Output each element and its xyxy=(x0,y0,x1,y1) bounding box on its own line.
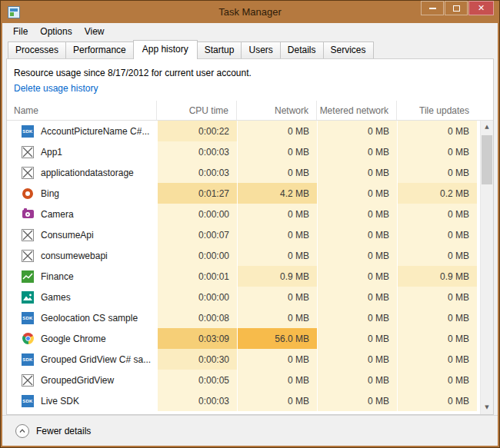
table-row[interactable]: ConsumeApi0:00:070 MB0 MB0 MB xyxy=(7,224,480,245)
tab-performance[interactable]: Performance xyxy=(65,41,134,58)
tab-details[interactable]: Details xyxy=(280,41,324,58)
app-name-label: Geolocation CS sample xyxy=(41,313,138,324)
network-cell: 56.0 MB xyxy=(237,328,317,349)
app-name-label: applicationdatastorage xyxy=(41,168,134,178)
placeholder-app-icon xyxy=(22,250,34,262)
table-row[interactable]: Bing0:01:274.2 MB0 MB0.2 MB xyxy=(7,183,480,204)
app-name-cell: SDKGeolocation CS sample xyxy=(7,307,157,328)
metered-network-cell: 0 MB xyxy=(317,287,397,307)
table-row[interactable]: SDKGeolocation CS sample0:00:080 MB0 MB0… xyxy=(7,307,480,328)
column-header-cpu-time[interactable]: CPU time xyxy=(157,101,237,120)
table-row[interactable]: Google Chrome0:03:0956.0 MB0 MB0 MB xyxy=(7,328,480,349)
tile-updates-cell: 0 MB xyxy=(397,390,477,411)
menu-file[interactable]: File xyxy=(7,25,34,38)
maximize-button[interactable] xyxy=(445,1,468,15)
app-name-cell: consumewebapi xyxy=(7,245,157,266)
tile-updates-cell: 0 MB xyxy=(397,121,477,141)
app-name-cell: ConsumeApi xyxy=(7,224,157,245)
metered-network-cell: 0 MB xyxy=(317,204,397,224)
window-title: Task Manager xyxy=(218,6,282,18)
task-manager-app-icon xyxy=(8,6,20,18)
window-controls: ✕ xyxy=(420,1,494,15)
tab-services[interactable]: Services xyxy=(323,41,374,58)
app-name-cell: Google Chrome xyxy=(7,328,157,349)
tab-startup[interactable]: Startup xyxy=(197,41,242,58)
tile-updates-cell: 0 MB xyxy=(397,204,477,224)
menu-options[interactable]: Options xyxy=(34,25,78,38)
app-name-label: ConsumeApi xyxy=(41,230,94,241)
games-icon xyxy=(22,291,34,304)
table-row[interactable]: consumewebapi0:00:000 MB0 MB0 MB xyxy=(7,245,480,266)
menu-view[interactable]: View xyxy=(78,25,111,38)
app-name-label: Google Chrome xyxy=(41,334,106,344)
app-name-cell: Games xyxy=(7,287,157,307)
table-row[interactable]: GroupedGridView0:00:050 MB0 MB0 MB xyxy=(7,370,480,390)
tile-updates-cell: 0 MB xyxy=(397,349,477,370)
app-name-cell: Bing xyxy=(7,183,157,204)
app-name-label: AccountPictureName C#... xyxy=(41,126,149,137)
table-row[interactable]: Finance0:00:010.9 MB0 MB0.9 MB xyxy=(7,266,480,287)
network-cell: 0 MB xyxy=(237,287,317,307)
app-name-label: Grouped GridView C# sa... xyxy=(41,354,151,365)
column-header-metered-network[interactable]: Metered network xyxy=(317,101,397,120)
app-name-label: Bing xyxy=(41,188,59,199)
app-history-tabpage: Resource usage since 8/17/2012 for curre… xyxy=(6,58,494,415)
metered-network-cell: 0 MB xyxy=(317,183,397,204)
metered-network-cell: 0 MB xyxy=(317,162,397,183)
scrollbar-thumb[interactable] xyxy=(482,135,492,184)
fewer-details-button[interactable]: Fewer details xyxy=(12,421,97,441)
table-row[interactable]: Camera0:00:000 MB0 MB0 MB xyxy=(7,204,480,224)
app-name-cell: Camera xyxy=(7,204,157,224)
table-row[interactable]: App10:00:030 MB0 MB0 MB xyxy=(7,141,480,162)
minimize-button[interactable] xyxy=(421,1,444,15)
table-row[interactable]: Games0:00:000 MB0 MB0 MB xyxy=(7,287,480,307)
table-header: NameCPU timeNetworkMetered networkTile u… xyxy=(7,101,493,121)
network-cell: 0 MB xyxy=(237,390,317,411)
scroll-down-button[interactable]: ▼ xyxy=(481,401,493,414)
cpu-time-cell: 0:00:00 xyxy=(157,204,237,224)
task-manager-window: Task Manager ✕ FileOptionsView Processes… xyxy=(0,0,500,448)
tab-processes[interactable]: Processes xyxy=(8,41,66,58)
tab-app-history[interactable]: App history xyxy=(133,40,198,59)
metered-network-cell: 0 MB xyxy=(317,266,397,287)
delete-usage-history-link[interactable]: Delete usage history xyxy=(14,83,98,94)
column-header-name[interactable]: Name xyxy=(7,101,157,120)
column-header-network[interactable]: Network xyxy=(237,101,317,120)
metered-network-cell: 0 MB xyxy=(317,390,397,411)
table-row[interactable]: SDKAccountPictureName C#...0:00:220 MB0 … xyxy=(7,121,480,141)
cpu-time-cell: 0:00:00 xyxy=(157,245,237,266)
placeholder-app-icon xyxy=(22,167,34,179)
app-name-cell: applicationdatastorage xyxy=(7,162,157,183)
chevron-up-circle-icon xyxy=(15,424,29,438)
tab-users[interactable]: Users xyxy=(241,41,280,58)
maximize-icon xyxy=(453,5,460,12)
metered-network-cell: 0 MB xyxy=(317,141,397,162)
column-header-tile-updates[interactable]: Tile updates xyxy=(397,101,477,120)
resource-usage-text: Resource usage since 8/17/2012 for curre… xyxy=(14,68,485,78)
app-name-label: Finance xyxy=(41,271,74,282)
app-name-label: GroupedGridView xyxy=(41,375,114,386)
vertical-scrollbar[interactable]: ▲ ▼ xyxy=(480,121,493,414)
tile-updates-cell: 0 MB xyxy=(397,224,477,245)
network-cell: 0 MB xyxy=(237,121,317,141)
menubar: FileOptionsView xyxy=(2,23,498,40)
table-row[interactable]: SDKLive SDK0:00:030 MB0 MB0 MB xyxy=(7,390,480,411)
scrollbar-track[interactable] xyxy=(481,134,493,401)
cpu-time-cell: 0:01:27 xyxy=(157,183,237,204)
cpu-time-cell: 0:00:30 xyxy=(157,349,237,370)
cpu-time-cell: 0:00:22 xyxy=(157,121,237,141)
close-button[interactable]: ✕ xyxy=(468,1,494,15)
table-row[interactable]: applicationdatastorage0:00:030 MB0 MB0 M… xyxy=(7,162,480,183)
tabstrip: ProcessesPerformanceApp historyStartupUs… xyxy=(2,40,498,58)
scroll-up-button[interactable]: ▲ xyxy=(481,121,493,134)
network-cell: 0 MB xyxy=(237,349,317,370)
cpu-time-cell: 0:00:03 xyxy=(157,390,237,411)
cpu-time-cell: 0:00:08 xyxy=(157,307,237,328)
metered-network-cell: 0 MB xyxy=(317,307,397,328)
tile-updates-cell: 0 MB xyxy=(397,245,477,266)
table-row[interactable]: SDKGrouped GridView C# sa...0:00:300 MB0… xyxy=(7,349,480,370)
app-name-cell: GroupedGridView xyxy=(7,370,157,390)
sdk-icon: SDK xyxy=(22,312,34,324)
fewer-details-label: Fewer details xyxy=(36,426,91,436)
info-section: Resource usage since 8/17/2012 for curre… xyxy=(7,59,493,101)
